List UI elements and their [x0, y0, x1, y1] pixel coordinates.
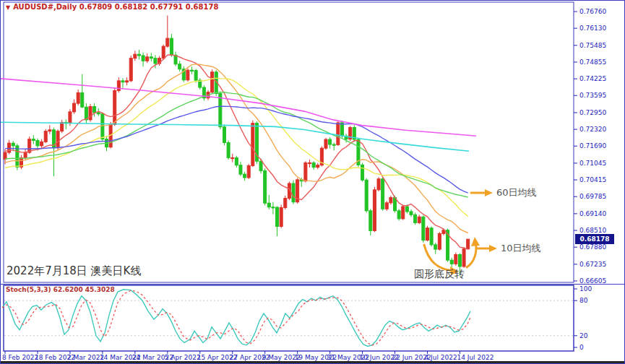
candle-body: [56, 131, 59, 148]
candle-body: [329, 139, 332, 144]
stoch-panel: [4, 285, 574, 351]
candle-body: [361, 165, 364, 180]
candle-body: [434, 245, 437, 249]
candle-body: [129, 58, 132, 81]
candle-body: [251, 124, 254, 166]
candle-body: [316, 165, 319, 168]
candle-body: [36, 141, 39, 146]
candle-body: [467, 239, 470, 249]
candle-body: [304, 162, 307, 181]
rounded-bottom-annotation-label: 圆形底反转: [414, 268, 465, 281]
candle-body: [150, 57, 152, 58]
candle-body: [309, 162, 311, 163]
candle-body: [154, 58, 157, 64]
collapse-triangle-icon[interactable]: ▼: [6, 4, 10, 11]
candle-body: [373, 190, 376, 231]
candle-body: [97, 113, 100, 114]
candle-body: [211, 72, 214, 92]
price-axis-label: 0.68510: [579, 227, 606, 234]
price-axis-label: 0.72320: [579, 126, 606, 133]
candle-body: [69, 112, 72, 124]
candle-body: [458, 254, 461, 266]
candle-body: [340, 123, 343, 136]
candle-body: [89, 106, 92, 119]
candle-body: [227, 142, 230, 157]
candle-body: [191, 70, 194, 71]
candle-body: [32, 139, 35, 141]
candle-body: [284, 199, 287, 208]
symbol-quote-header[interactable]: ▼AUDUSD#,Daily 0.67809 0.68182 0.67791 0…: [6, 3, 218, 11]
candle-body: [134, 54, 137, 58]
candle-body: [113, 90, 116, 124]
candle-body: [332, 144, 335, 145]
candle-body: [223, 127, 225, 143]
candle-body: [462, 249, 465, 266]
price-axis-label: 0.74855: [579, 58, 606, 66]
candle-body: [73, 103, 76, 112]
candle-body: [418, 217, 421, 222]
candle-body: [77, 92, 79, 103]
price-axis-label: 0.70415: [579, 176, 606, 183]
candle-body: [231, 157, 234, 158]
price-axis-label: 0.67880: [579, 243, 606, 251]
price-axis-label: 0.72950: [579, 109, 606, 116]
candle-body: [324, 139, 327, 148]
date-axis[interactable]: 8 Feb 202218 Feb 20222 Mar 202214 Mar 20…: [2, 351, 493, 361]
chart-canvas[interactable]: 0.767600.761300.754850.748550.742250.735…: [1, 1, 625, 364]
candle-body: [426, 228, 428, 240]
stoch-axis-label: 80: [579, 297, 588, 304]
candle-body: [272, 207, 275, 208]
candle-body: [247, 165, 250, 178]
candle-body: [146, 57, 149, 61]
candle-body: [243, 174, 246, 178]
candle-body: [377, 179, 380, 190]
candle-body: [365, 180, 368, 211]
candle-body: [422, 217, 425, 240]
candle-body: [12, 143, 14, 146]
price-axis-label: 0.74225: [579, 75, 606, 82]
stoch-axis-label: 100: [579, 285, 592, 292]
current-price-tag: 0.68178: [575, 234, 614, 244]
taskbar-strip: [1, 361, 625, 364]
candle-body: [438, 233, 441, 249]
candle-body: [121, 81, 124, 82]
candle-body: [61, 123, 64, 131]
price-axis-label: 0.76130: [579, 25, 606, 32]
candle-body: [292, 183, 295, 202]
stoch-axis-label: 0: [579, 344, 584, 351]
candle-body: [369, 211, 372, 231]
price-axis-label: 0.67235: [579, 261, 606, 268]
candle-body: [40, 142, 43, 146]
price-axis-label: 0.69785: [579, 193, 606, 200]
candle-body: [48, 130, 51, 131]
candle-body: [126, 81, 129, 82]
candle-body: [24, 152, 27, 157]
price-axis-label: 0.76760: [579, 8, 606, 15]
candle-body: [101, 114, 104, 139]
candle-body: [385, 203, 388, 209]
date-axis-label: 5 Apr 2022: [165, 354, 201, 361]
price-axis-label: 0.69140: [579, 210, 606, 217]
candle-body: [382, 179, 384, 209]
ma60-annotation-label: 60日均线: [496, 186, 537, 199]
candle-body: [402, 207, 405, 219]
candle-body: [397, 211, 400, 219]
analysis-caption: 2022年7月18日 澳美日K线: [7, 264, 141, 278]
ma10-annotation-label: 10日均线: [501, 242, 541, 255]
candle-body: [117, 81, 120, 91]
price-axis-label: 0.71045: [579, 160, 606, 167]
candle-body: [276, 207, 279, 226]
candle-body: [259, 161, 262, 170]
price-axis-label: 0.73595: [579, 92, 606, 99]
price-axis-label: 0.71690: [579, 142, 606, 150]
candle-body: [194, 71, 197, 81]
candle-body: [280, 207, 283, 226]
trading-chart-window: 0.767600.761300.754850.748550.742250.735…: [0, 0, 625, 364]
candle-body: [267, 203, 270, 207]
candle-body: [137, 54, 140, 56]
price-axis-label: 0.75485: [579, 42, 606, 49]
candle-body: [93, 106, 96, 112]
candle-body: [4, 152, 7, 159]
candle-body: [81, 92, 84, 107]
candle-body: [186, 70, 189, 80]
